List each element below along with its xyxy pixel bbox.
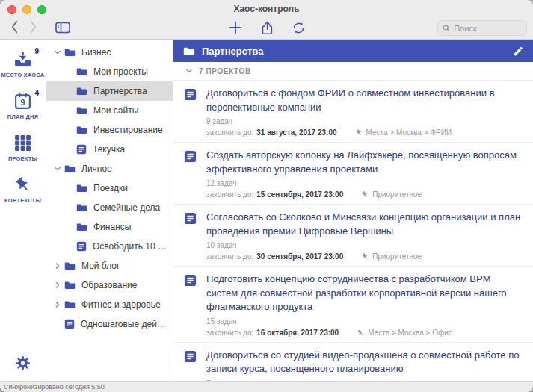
folder-icon (76, 125, 87, 134)
folder-icon (64, 261, 76, 270)
chevron-right-icon[interactable] (54, 281, 64, 289)
window-chrome: Хаос-контроль (0, 0, 533, 40)
nav-item-label: КОНТЕКСТЫ (4, 197, 41, 204)
section-header[interactable]: 7 ПРОЕКТОВ (173, 62, 533, 81)
tree-row[interactable]: Бизнес (46, 43, 173, 62)
share-button[interactable] (261, 21, 274, 35)
tree-row[interactable]: Образование (46, 276, 173, 295)
tree-item-label: Мой блог (81, 261, 173, 271)
sync-button[interactable] (292, 21, 306, 35)
sync-status-text: Синхронизировано сегодня 5:50 (4, 383, 105, 391)
project-title: Подготовить концепцию сотрудничества с р… (206, 273, 521, 314)
tree-row[interactable]: Инвестирование (46, 120, 173, 140)
project-title: Согласовать со Сколково и Минсвязи конце… (206, 211, 521, 238)
window-body: 9 МЕСТО ХАОСА 4 9 (0, 40, 533, 381)
pushpin-icon (13, 175, 32, 194)
tree-item-label: Бизнес (81, 47, 173, 57)
add-button[interactable] (228, 20, 243, 35)
tree-row[interactable]: Партнерства (46, 81, 173, 101)
tree-row[interactable]: Одношаговые действия (46, 314, 173, 334)
folder-icon (183, 46, 195, 56)
project-list: Договориться с фондом ФРИИ о совместном … (173, 81, 533, 381)
chevron-right-icon[interactable] (54, 301, 64, 308)
project-task-count: 9 задач (206, 117, 521, 125)
tree-row[interactable]: Мои проекты (46, 62, 173, 81)
edit-button[interactable] (513, 46, 524, 57)
tree-row[interactable]: Финансы (46, 217, 173, 237)
pin-icon (357, 329, 365, 337)
tree-item-label: Финансы (93, 222, 173, 232)
pencil-icon (513, 46, 524, 57)
tree-row[interactable]: Мои сайты (46, 101, 173, 120)
nav-item-label: ПРОЕКТЫ (8, 155, 37, 162)
project-row[interactable]: Согласовать со Сколково и Минсвязи конце… (173, 205, 533, 267)
folder-icon (76, 223, 87, 231)
due-label: закончить до: (206, 190, 253, 199)
folder-icon (64, 48, 76, 57)
tree-row[interactable]: Поездки (46, 178, 173, 198)
settings-button[interactable] (14, 355, 31, 372)
toolbar (0, 18, 533, 39)
tree-row[interactable]: Семейные дела (46, 198, 173, 217)
tree-row[interactable]: Текучка (46, 140, 173, 159)
tree-row[interactable]: Мой блог (46, 256, 173, 276)
project-row[interactable]: Создать авторскую колонку на Лайфхакере,… (173, 143, 533, 205)
project-doc-icon (76, 144, 87, 155)
folder-icon (64, 300, 76, 309)
folder-icon (76, 203, 87, 212)
forward-button[interactable] (29, 20, 37, 34)
plus-icon (228, 20, 243, 35)
folder-icon (76, 87, 87, 96)
project-title: Создать авторскую колонку на Лайфхакере,… (206, 149, 521, 176)
project-row[interactable]: Договориться со студией видео-продакшена… (173, 343, 533, 382)
nav-item-day-plan[interactable]: 4 9 ПЛАН ДНЯ (0, 86, 46, 128)
traffic-lights (7, 5, 46, 14)
chevron-down-icon[interactable] (54, 49, 64, 56)
nav-item-label: ПЛАН ДНЯ (7, 113, 38, 120)
nav-item-projects[interactable]: ПРОЕКТЫ (0, 128, 46, 169)
sidebar-toggle-button[interactable] (55, 22, 70, 34)
chevron-right-icon[interactable] (54, 262, 64, 270)
main-panel: Партнерства 7 ПРОЕКТОВ Договориться с фо… (173, 40, 533, 381)
chevron-down-icon[interactable] (54, 165, 64, 172)
project-task-count: 15 задач (206, 317, 521, 326)
fullscreen-button[interactable] (37, 5, 46, 14)
due-label: закончить до: (206, 128, 253, 137)
due-label: закончить до: (206, 329, 253, 337)
project-row[interactable]: Договориться с фондом ФРИИ о совместном … (173, 81, 533, 143)
search-input[interactable] (454, 24, 522, 33)
project-doc-icon (184, 211, 197, 261)
nav-item-inbox[interactable]: 9 МЕСТО ХАОСА (0, 44, 46, 86)
pin-icon (361, 252, 369, 261)
calendar-day-number: 9 (20, 98, 25, 107)
project-context: Приоритетное (372, 252, 422, 261)
tree-row[interactable]: Освободить 10 часо… (46, 237, 173, 256)
tree-item-label: Личное (81, 164, 173, 174)
nav-item-contexts[interactable]: КОНТЕКСТЫ (0, 169, 46, 211)
folder-icon (64, 281, 76, 290)
inbox-badge: 9 (34, 47, 39, 55)
tree-item-label: Образование (81, 280, 173, 290)
pin-icon (355, 128, 363, 137)
due-date: 31 августа, 2017 23:00 (256, 128, 336, 137)
tree-row[interactable]: Личное (46, 159, 173, 178)
tree-item-label: Мои сайты (93, 105, 173, 116)
nav-item-label: МЕСТО ХАОСА (1, 72, 45, 78)
project-task-count: 10 задач (206, 241, 521, 249)
chevron-right-icon (29, 20, 37, 34)
folder-header: Партнерства (173, 40, 533, 62)
project-row[interactable]: Подготовить концепцию сотрудничества с р… (173, 267, 533, 343)
due-label: закончить до: (206, 252, 253, 261)
tree-item-label: Фитнес и здоровье (81, 299, 173, 310)
tree-item-label: Инвестирование (93, 125, 173, 135)
back-button[interactable] (10, 20, 19, 34)
chevron-down-icon[interactable] (185, 67, 193, 75)
app-window: Хаос-контроль (0, 0, 533, 392)
chevron-left-icon (10, 20, 19, 34)
minimize-button[interactable] (22, 5, 31, 14)
search-field[interactable] (437, 20, 527, 36)
nav-rail: 9 МЕСТО ХАОСА 4 9 (0, 40, 46, 381)
tree-row[interactable]: Фитнес и здоровье (46, 295, 173, 314)
close-button[interactable] (7, 5, 16, 14)
status-bar: Синхронизировано сегодня 5:50 (0, 381, 533, 392)
